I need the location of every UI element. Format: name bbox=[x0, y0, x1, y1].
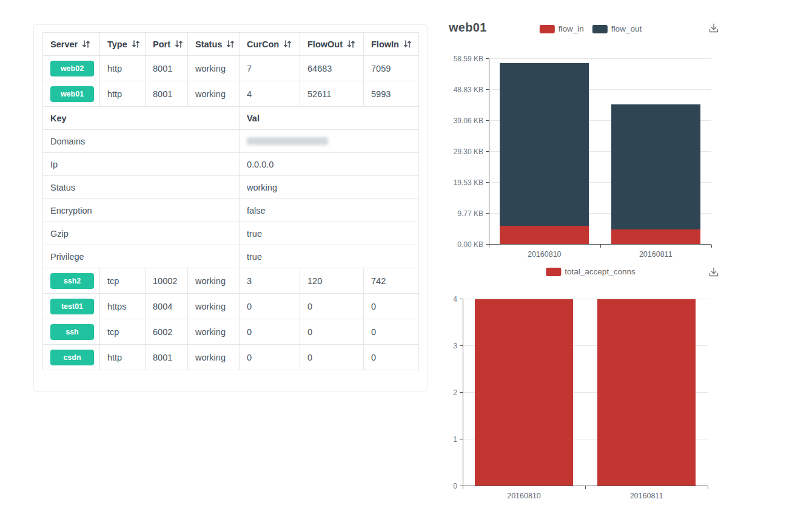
type-cell: tcp bbox=[100, 268, 146, 294]
port-cell: 8004 bbox=[146, 294, 188, 319]
port-cell: 8001 bbox=[146, 81, 188, 107]
flowout-cell: 52611 bbox=[300, 81, 364, 107]
flowin-cell: 7059 bbox=[364, 56, 419, 81]
y-axis-tick bbox=[460, 299, 463, 299]
bar-flow_in bbox=[611, 229, 700, 245]
x-axis-label: 20160811 bbox=[600, 250, 712, 259]
y-axis-tick bbox=[486, 213, 489, 214]
legend-item[interactable]: total_accept_conns bbox=[546, 267, 635, 276]
y-axis-tick bbox=[460, 392, 463, 393]
sort-icon bbox=[226, 40, 235, 48]
curcon-cell: 0 bbox=[240, 319, 300, 345]
table-row: ssh2tcp10002working3120742 bbox=[43, 268, 419, 294]
flowout-cell: 64683 bbox=[300, 56, 364, 81]
y-axis-label: 1 bbox=[443, 435, 457, 444]
column-header-server[interactable]: Server bbox=[43, 33, 100, 56]
curcon-cell: 0 bbox=[240, 345, 300, 370]
port-cell: 6002 bbox=[146, 319, 188, 345]
detail-val-cell: 0.0.0.0 bbox=[240, 153, 419, 176]
chart-plot-area bbox=[463, 299, 708, 486]
flowin-cell: 5993 bbox=[364, 81, 419, 107]
y-axis-tick bbox=[486, 151, 489, 152]
flowin-cell: 742 bbox=[364, 268, 419, 294]
x-axis-tick bbox=[463, 486, 463, 489]
detail-row: Encryptionfalse bbox=[43, 199, 419, 222]
curcon-cell: 3 bbox=[240, 268, 300, 294]
server-cell: web01 bbox=[43, 81, 100, 107]
y-axis-label: 3 bbox=[443, 341, 457, 351]
server-button[interactable]: web01 bbox=[50, 86, 94, 102]
flowout-cell: 0 bbox=[300, 345, 364, 370]
column-header-type[interactable]: Type bbox=[100, 33, 146, 56]
conns-chart: total_accept_conns 012342016081020160811 bbox=[443, 260, 723, 503]
val-header: Val bbox=[240, 107, 419, 130]
server-button[interactable]: ssh2 bbox=[50, 273, 94, 289]
column-header-label: Port bbox=[153, 39, 170, 49]
detail-val-cell: working bbox=[240, 176, 419, 199]
key-header: Key bbox=[43, 107, 240, 130]
curcon-cell: 7 bbox=[240, 56, 300, 81]
legend-marker bbox=[592, 25, 608, 33]
column-header-flowout[interactable]: FlowOut bbox=[300, 33, 364, 56]
column-header-label: Status bbox=[195, 39, 222, 49]
curcon-cell: 4 bbox=[240, 81, 300, 107]
type-cell: https bbox=[100, 294, 146, 319]
sort-icon bbox=[403, 40, 412, 48]
server-button[interactable]: ssh bbox=[50, 324, 94, 340]
legend-marker bbox=[546, 268, 561, 276]
blurred-value bbox=[247, 137, 328, 145]
status-cell: working bbox=[188, 319, 240, 345]
server-cell: test01 bbox=[43, 294, 100, 319]
chart-title: web01 bbox=[449, 21, 487, 35]
y-axis-line bbox=[489, 59, 489, 245]
detail-row: Gziptrue bbox=[43, 222, 419, 245]
sort-icon bbox=[283, 40, 292, 48]
y-axis-label: 29.30 KB bbox=[443, 147, 483, 157]
type-cell: tcp bbox=[100, 319, 146, 345]
y-axis-label: 58.59 KB bbox=[443, 54, 483, 64]
column-header-port[interactable]: Port bbox=[146, 33, 188, 56]
sort-icon bbox=[347, 40, 355, 48]
server-button[interactable]: web02 bbox=[50, 61, 94, 76]
table-row: web01http8001working4526115993 bbox=[43, 81, 419, 107]
y-axis-line bbox=[463, 299, 463, 486]
server-cell: ssh2 bbox=[43, 268, 100, 294]
port-cell: 8001 bbox=[146, 56, 188, 81]
server-table-card: ServerTypePortStatusCurConFlowOutFlowInw… bbox=[33, 24, 428, 392]
x-axis-tick bbox=[585, 486, 586, 489]
column-header-flowin[interactable]: FlowIn bbox=[364, 33, 419, 56]
server-button[interactable]: test01 bbox=[50, 299, 94, 314]
server-cell: ssh bbox=[43, 319, 100, 345]
download-icon[interactable] bbox=[707, 266, 720, 279]
detail-val-cell: false bbox=[240, 199, 419, 222]
column-header-status[interactable]: Status bbox=[188, 33, 240, 56]
detail-key-cell: Domains bbox=[43, 130, 240, 153]
server-cell: web02 bbox=[43, 56, 100, 81]
column-header-label: Type bbox=[107, 39, 127, 49]
gridline bbox=[489, 58, 711, 59]
x-axis-tick bbox=[489, 245, 489, 248]
chart-plot-area bbox=[489, 59, 711, 245]
column-header-curcon[interactable]: CurCon bbox=[240, 33, 300, 56]
legend-item[interactable]: flow_in bbox=[540, 24, 584, 33]
download-icon[interactable] bbox=[707, 22, 720, 35]
server-button[interactable]: csdn bbox=[50, 350, 94, 365]
detail-key-cell: Privilege bbox=[43, 245, 240, 268]
y-axis-label: 2 bbox=[443, 388, 457, 398]
sort-icon bbox=[82, 40, 90, 48]
status-cell: working bbox=[188, 268, 240, 294]
flowin-cell: 0 bbox=[364, 294, 419, 319]
x-axis-label: 20160811 bbox=[585, 492, 708, 500]
bar-flow_out bbox=[611, 104, 700, 229]
y-axis-label: 48.83 KB bbox=[443, 85, 483, 95]
column-header-label: CurCon bbox=[247, 39, 279, 49]
legend-label: flow_in bbox=[559, 24, 584, 33]
y-axis-label: 39.06 KB bbox=[443, 116, 483, 126]
detail-row: Ip0.0.0.0 bbox=[43, 153, 419, 176]
table-row: test01https8004working000 bbox=[43, 294, 419, 319]
y-axis-tick bbox=[486, 89, 489, 90]
sort-icon bbox=[132, 40, 140, 48]
y-axis-label: 19.53 KB bbox=[443, 178, 483, 188]
type-cell: http bbox=[100, 81, 146, 107]
legend-item[interactable]: flow_out bbox=[592, 24, 642, 33]
